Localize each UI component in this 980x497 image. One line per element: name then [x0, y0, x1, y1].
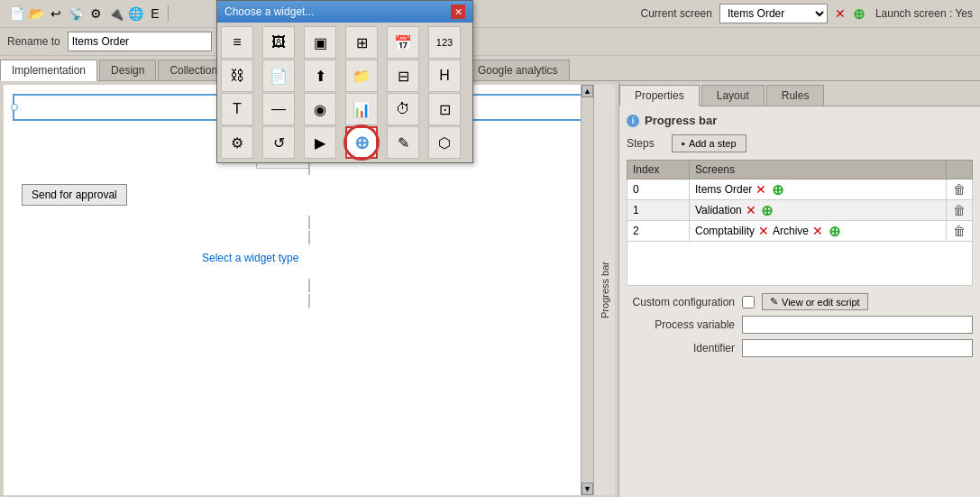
right-content: i Progress bar Steps ▪ Add a step Index …	[619, 106, 980, 497]
widget-number-icon[interactable]: 123	[428, 26, 461, 59]
delete-row-2-icon[interactable]: 🗑	[952, 224, 966, 238]
new-icon[interactable]: 📄	[7, 5, 25, 23]
select-widget-text[interactable]: Select a widget type	[202, 252, 298, 264]
custom-config-label: Custom configuration	[627, 296, 735, 308]
table-row: 2 Comptability ✕ Archive ✕ ⊕ 🗑	[627, 221, 973, 242]
screen-name-1: Validation	[695, 204, 742, 216]
widget-extra2-icon[interactable]: ⬡	[428, 126, 461, 159]
settings-icon[interactable]: ⚙	[87, 5, 105, 23]
current-screen-select[interactable]: Items Order	[719, 4, 828, 23]
send-approval-button[interactable]: Send for approval	[22, 184, 127, 206]
remove-screen-0-icon[interactable]: ✕	[754, 182, 768, 197]
col-actions	[947, 161, 973, 179]
widget-upload-icon[interactable]: ⬆	[304, 60, 336, 92]
widget-play-icon[interactable]: ▶	[304, 126, 336, 159]
tab-layout[interactable]: Layout	[701, 85, 765, 106]
right-panel: Properties Layout Rules i Progress bar S…	[619, 81, 980, 497]
tab-design[interactable]: Design	[99, 60, 156, 80]
table-row: 1 Validation ✕ ⊕ 🗑	[627, 200, 973, 221]
remove-screen-icon[interactable]: ✕	[835, 6, 846, 21]
widget-header-icon[interactable]: H	[428, 60, 461, 92]
widget-calendar-icon[interactable]: 📅	[387, 26, 419, 59]
index-cell: 2	[627, 221, 690, 242]
widget-chooser-popup: Choose a widget... ✕ ≡ 🖼 ▣ ⊞ 📅 123 ⛓ 📄 ⬆…	[216, 0, 473, 163]
widget-richtext-icon[interactable]: T	[221, 93, 253, 125]
main-tabs: Implementation Design Collections Styles…	[0, 56, 980, 81]
widget-table-icon[interactable]: ⊞	[345, 26, 378, 59]
tab-implementation[interactable]: Implementation	[0, 60, 97, 81]
screens-cell: Validation ✕ ⊕	[689, 200, 946, 221]
connector-line-6	[308, 294, 310, 308]
process-var-row: Process variable	[627, 316, 973, 334]
add-screen-0-icon[interactable]: ⊕	[770, 182, 784, 197]
custom-config-checkbox[interactable]	[742, 296, 755, 308]
widget-select-icon[interactable]: ⊡	[428, 93, 461, 125]
plus-icon: ▪	[682, 138, 685, 149]
widget-settings-icon[interactable]: ⚙	[221, 126, 253, 159]
remove-screen-2a-icon[interactable]: ✕	[756, 224, 771, 238]
view-edit-button[interactable]: ✎ View or edit script	[762, 293, 868, 310]
info-icon[interactable]: i	[627, 115, 639, 127]
widget-folder-icon[interactable]: 📁	[345, 60, 378, 92]
browser-icon[interactable]: 🌐	[126, 5, 144, 23]
delete-row-0-icon[interactable]: 🗑	[952, 182, 966, 197]
tab-google-analytics[interactable]: Google analytics	[466, 60, 570, 80]
scrollbar[interactable]: ▲ ▼	[581, 85, 593, 495]
tab-rules[interactable]: Rules	[766, 85, 825, 106]
back-icon[interactable]: ↩	[47, 5, 65, 23]
rename-label: Rename to	[7, 35, 60, 48]
current-screen-label: Current screen	[641, 7, 712, 20]
widget-refresh-icon[interactable]: ↺	[262, 126, 295, 159]
vertical-label-container: Progress bar	[593, 85, 615, 495]
widget-chart-icon[interactable]: 📊	[345, 93, 378, 125]
section-title: i Progress bar	[627, 114, 973, 127]
identifier-label: Identifier	[627, 342, 735, 354]
chooser-icons-grid: ≡ 🖼 ▣ ⊞ 📅 123 ⛓ 📄 ⬆ 📁 ⊟ H T — ◉ 📊 ⏱ ⊡ ⚙ …	[217, 23, 472, 162]
trash-cell-2: 🗑	[947, 221, 973, 242]
resize-left[interactable]	[11, 104, 18, 111]
rename-input[interactable]	[68, 32, 212, 51]
widget-text-icon[interactable]: ≡	[221, 26, 253, 59]
widget-extra1-icon[interactable]: ✎	[387, 126, 419, 159]
connector-line-3	[308, 216, 310, 229]
rss-icon[interactable]: 📡	[67, 5, 85, 23]
header-row2: Rename to Show all All available All act…	[0, 28, 980, 56]
widget-radio-icon[interactable]: ◉	[304, 93, 336, 125]
open-icon[interactable]: 📂	[27, 5, 45, 23]
steps-label: Steps	[627, 137, 672, 150]
header-area: 📄 📂 ↩ 📡 ⚙ 🔌 🌐 E Current screen Items Ord…	[0, 0, 980, 56]
launch-screen-text: Launch screen : Yes	[875, 7, 973, 20]
chooser-close-button[interactable]: ✕	[451, 5, 465, 19]
widget-divider-icon[interactable]: —	[262, 93, 295, 125]
add-screen-2-icon[interactable]: ⊕	[827, 224, 841, 238]
remove-screen-2b-icon[interactable]: ✕	[811, 224, 825, 238]
right-tabs: Properties Layout Rules	[619, 81, 980, 106]
extra-icon[interactable]: E	[146, 5, 164, 23]
custom-config-row: Custom configuration ✎ View or edit scri…	[627, 293, 973, 310]
widget-timer-icon[interactable]: ⏱	[387, 93, 419, 125]
scroll-up-button[interactable]: ▲	[582, 85, 593, 97]
scroll-track[interactable]	[582, 97, 593, 483]
widget-grid-icon[interactable]: ⊟	[387, 60, 419, 92]
remove-screen-1-icon[interactable]: ✕	[744, 203, 758, 217]
screen-name-2b: Archive	[773, 225, 809, 237]
add-screen-icon[interactable]: ⊕	[853, 5, 865, 23]
widget-progress-icon[interactable]: ⊕	[345, 126, 378, 159]
identifier-input[interactable]	[742, 339, 973, 357]
scroll-down-button[interactable]: ▼	[582, 483, 593, 495]
steps-table: Index Screens 0 Items Order ✕ ⊕	[627, 160, 973, 242]
header-row1: 📄 📂 ↩ 📡 ⚙ 🔌 🌐 E Current screen Items Ord…	[0, 0, 980, 28]
widget-checkbox-icon[interactable]: ▣	[304, 26, 336, 59]
plugin-icon[interactable]: 🔌	[106, 5, 124, 23]
delete-row-1-icon[interactable]: 🗑	[952, 203, 966, 217]
add-screen-1-icon[interactable]: ⊕	[760, 203, 774, 217]
screen-name-2a: Comptability	[695, 225, 755, 237]
widget-pdf-icon[interactable]: 📄	[262, 60, 295, 92]
widget-image-icon[interactable]: 🖼	[262, 26, 295, 59]
process-variable-input[interactable]	[742, 316, 973, 334]
tab-properties[interactable]: Properties	[619, 85, 700, 106]
add-step-button[interactable]: ▪ Add a step	[672, 134, 746, 152]
widget-link-icon[interactable]: ⛓	[221, 60, 253, 92]
connector-line-5	[308, 279, 310, 292]
connector-line-2	[308, 161, 310, 175]
